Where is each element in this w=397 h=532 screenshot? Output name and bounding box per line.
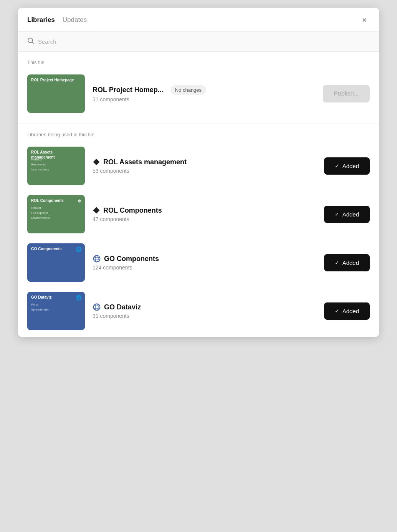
close-button[interactable]: × bbox=[359, 15, 370, 25]
thumbnail-rol-components: ROL Components HeaderFile explorerEnviro… bbox=[27, 195, 85, 233]
thumbnail-rol-assets: ROL Assetsmanagement ProjectsResourcesUs… bbox=[27, 147, 85, 185]
globe-icon bbox=[93, 303, 101, 311]
publish-button[interactable]: Publish... bbox=[323, 85, 370, 102]
svg-point-8 bbox=[94, 304, 100, 311]
check-icon: ✓ bbox=[335, 308, 339, 314]
library-name-row: GO Components bbox=[93, 254, 316, 263]
thumbnail-label: ROL Project Homepage bbox=[31, 78, 74, 83]
added-label: Added bbox=[342, 211, 359, 218]
library-count: 47 components bbox=[93, 216, 316, 222]
library-name-text: ROL Project Homep... bbox=[93, 86, 164, 94]
thumbnail-rol-homepage: ROL Project Homepage bbox=[27, 74, 85, 113]
status-badge: No changes bbox=[170, 85, 206, 95]
library-info: GO Dataviz 31 components bbox=[93, 303, 316, 319]
tab-updates[interactable]: Updates bbox=[63, 16, 87, 24]
this-file-section: This file ROL Project Homepage ROL Proje… bbox=[18, 52, 379, 124]
thumbnail-label: ROL Components bbox=[31, 198, 64, 203]
thumbnail-badge-globe: 🌐 bbox=[76, 246, 82, 252]
added-button[interactable]: ✓ Added bbox=[324, 302, 370, 320]
library-count: 31 components bbox=[93, 313, 316, 319]
added-button[interactable]: ✓ Added bbox=[324, 254, 370, 271]
svg-rect-2 bbox=[93, 159, 99, 165]
library-name-text: GO Components bbox=[104, 255, 159, 263]
library-info: ROL Components 47 components bbox=[93, 207, 316, 222]
check-icon: ✓ bbox=[335, 259, 339, 266]
thumbnail-label: GO Components bbox=[31, 246, 61, 251]
library-info: GO Components 124 components bbox=[93, 254, 316, 271]
library-count: 124 components bbox=[93, 264, 316, 271]
thumbnail-sublabel: ProjectsResourcesUser settings bbox=[31, 157, 49, 172]
library-name-text: GO Dataviz bbox=[104, 303, 141, 311]
list-item: ROL Assetsmanagement ProjectsResourcesUs… bbox=[27, 144, 370, 192]
library-name-row: ROL Project Homep... No changes bbox=[93, 85, 315, 95]
thumbnail-sublabel: HeaderFile explorerEnvironments bbox=[31, 206, 50, 220]
added-button[interactable]: ✓ Added bbox=[324, 157, 370, 175]
libraries-used-title: Libraries being used in this file bbox=[27, 132, 370, 137]
svg-rect-3 bbox=[93, 207, 99, 213]
thumbnail-go-components: GO Components 🌐 bbox=[27, 243, 85, 282]
library-name-row: GO Dataviz bbox=[93, 303, 316, 311]
list-item: ROL Components HeaderFile explorerEnviro… bbox=[27, 192, 370, 240]
thumbnail-sublabel: PlotsSpreadsheet bbox=[31, 302, 48, 312]
added-label: Added bbox=[342, 259, 359, 266]
check-icon: ✓ bbox=[335, 211, 339, 217]
header-tabs: Libraries Updates bbox=[27, 16, 359, 24]
library-count: 31 components bbox=[93, 96, 315, 102]
libraries-panel: Libraries Updates × This file ROL Projec… bbox=[18, 8, 379, 337]
library-count: 53 components bbox=[93, 168, 316, 174]
library-name-row: ROL Components bbox=[93, 207, 316, 215]
library-info: ROL Project Homep... No changes 31 compo… bbox=[93, 85, 315, 102]
diamond-icon bbox=[93, 158, 100, 166]
svg-line-1 bbox=[32, 42, 34, 44]
svg-point-4 bbox=[94, 256, 100, 262]
library-info: ROL Assets management 53 components bbox=[93, 158, 316, 174]
library-name-text: ROL Components bbox=[103, 207, 162, 215]
panel-header: Libraries Updates × bbox=[18, 8, 379, 32]
globe-icon bbox=[93, 254, 101, 263]
added-label: Added bbox=[342, 163, 359, 169]
thumbnail-go-dataviz: GO Dataviz PlotsSpreadsheet 🌐 bbox=[27, 292, 85, 330]
libraries-used-section: Libraries being used in this file ROL As… bbox=[18, 124, 379, 337]
check-icon: ✓ bbox=[335, 163, 339, 169]
added-button[interactable]: ✓ Added bbox=[324, 206, 370, 223]
list-item: GO Components 🌐 GO Components 124 bbox=[27, 240, 370, 289]
list-item: GO Dataviz PlotsSpreadsheet 🌐 GO Dataviz bbox=[27, 289, 370, 337]
search-icon bbox=[27, 37, 34, 46]
svg-point-9 bbox=[95, 304, 98, 311]
added-label: Added bbox=[342, 308, 359, 314]
this-file-title: This file bbox=[27, 59, 370, 65]
search-bar bbox=[18, 32, 379, 52]
list-item: ROL Project Homepage ROL Project Homep..… bbox=[27, 71, 370, 120]
thumbnail-badge-icon: ❖ bbox=[77, 198, 82, 204]
search-input[interactable] bbox=[38, 38, 370, 45]
library-name-text: ROL Assets management bbox=[103, 158, 187, 166]
diamond-icon bbox=[93, 207, 100, 214]
thumbnail-label: GO Dataviz bbox=[31, 295, 51, 300]
thumbnail-badge-globe: 🌐 bbox=[76, 295, 82, 301]
tab-libraries[interactable]: Libraries bbox=[27, 16, 55, 24]
svg-point-5 bbox=[95, 256, 98, 262]
library-name-row: ROL Assets management bbox=[93, 158, 316, 166]
